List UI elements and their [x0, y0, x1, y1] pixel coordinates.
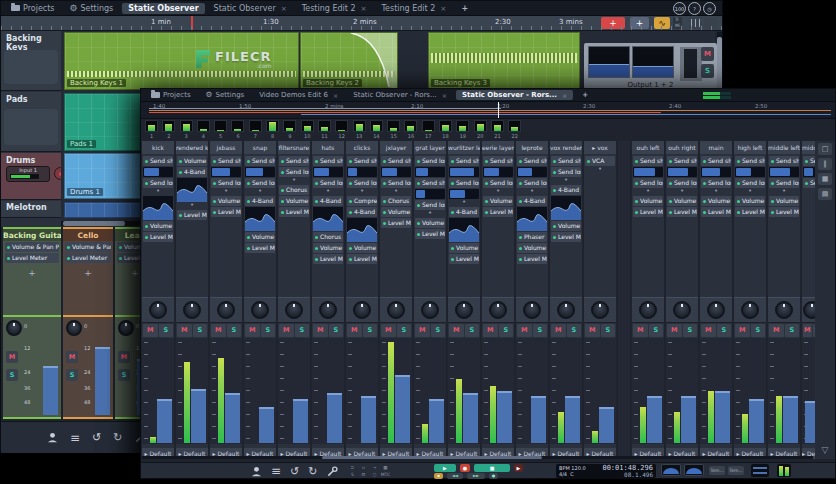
plugin-row-send-short[interactable]: Send short — [449, 156, 479, 166]
plugin-row-send-short[interactable]: Send short — [803, 156, 815, 166]
solo-button[interactable]: S — [159, 324, 174, 337]
strip-name[interactable]: main — [700, 141, 732, 154]
plugin-row-send-short[interactable]: Send short — [347, 156, 377, 166]
plugin-row-chorus[interactable]: Chorus — [381, 196, 411, 206]
channel-strip-ouh-right[interactable]: ouh rightSend shortSend long•Volume & Pa… — [666, 141, 698, 459]
volume-fader[interactable] — [191, 389, 206, 443]
solo-button[interactable]: S — [431, 324, 446, 337]
plugin-row-volume-pan-plugin[interactable]: Volume & Pan Plugin — [143, 221, 173, 231]
strip-name[interactable]: vox rendered — [550, 141, 582, 154]
plugin-row-volume-pan-plugin[interactable]: Volume & Pan Plugin — [517, 243, 547, 253]
plugin-row-send-short[interactable]: Send short — [667, 156, 697, 166]
mute-button[interactable]: M — [517, 324, 532, 337]
channel-strip-middle-right[interactable]: middle rightSend shortSend longMS▸ Defau… — [802, 141, 815, 459]
plugin-row-volume-pan-plugin[interactable]: Volume & Pan Plugin — [313, 243, 343, 253]
plugin-row-level-meter[interactable]: Level Meter — [177, 210, 207, 220]
plugin-row-send-long[interactable]: Send long — [279, 167, 309, 177]
plugin-param-bar[interactable] — [517, 167, 547, 177]
mute-button[interactable]: M — [279, 324, 294, 337]
plugin-param-bar[interactable] — [415, 167, 445, 177]
close-tab-icon[interactable]: × — [333, 92, 338, 99]
plugin-row-volume-pan-plugin[interactable]: Volume & Pan Plugin — [279, 196, 309, 206]
strip-name[interactable]: middle right — [802, 141, 815, 154]
pan-knob[interactable] — [775, 301, 793, 319]
plugin-row-send-long[interactable]: Send long — [449, 178, 479, 188]
strip-name[interactable]: snap — [244, 141, 276, 154]
solo-button[interactable]: S — [601, 324, 616, 337]
track-mini-meter[interactable]: 9 — [283, 120, 296, 140]
plugin-row-level-meter[interactable]: Level Meter — [347, 254, 377, 264]
plugin-row-send-short[interactable]: Send short — [211, 156, 241, 166]
track-mixer-toggle[interactable]: Tr Mi — [673, 17, 682, 29]
plugin-param-bar[interactable] — [143, 167, 173, 177]
settings-view-button[interactable] — [704, 17, 717, 29]
channel-strip-ouh-left[interactable]: ouh leftSend shortSend long•Volume & Pan… — [632, 141, 664, 459]
mute-button[interactable]: M — [381, 324, 396, 337]
solo-button[interactable]: S — [295, 324, 310, 337]
master-mini-fader[interactable] — [751, 464, 769, 477]
channel-strip-vox-rendered[interactable]: vox renderedSend shortSend long•4-Band E… — [550, 141, 582, 459]
mixer-horizontal-scrollbar[interactable] — [142, 456, 813, 459]
strip-name[interactable]: wurlitzer left — [448, 141, 480, 154]
pan-knob[interactable] — [66, 320, 82, 336]
tab-testing-edit-2[interactable]: Testing Edit 2× — [376, 3, 453, 14]
pan-knob[interactable] — [489, 301, 507, 319]
plugin-row-level-meter[interactable]: Level Meter — [381, 218, 411, 228]
plugin-row-send-long[interactable]: Send long — [803, 178, 815, 188]
timeline-ruler[interactable]: 1 min1:302 mins2:303 mins + + ∿ Tr Mi — [1, 16, 722, 31]
track-mini-meter[interactable]: 19 — [456, 120, 469, 140]
plugin-drop-target[interactable]: • — [143, 189, 173, 196]
close-tab-icon[interactable]: × — [442, 92, 447, 99]
equaliser-graph[interactable] — [449, 218, 479, 242]
equaliser-graph[interactable] — [143, 196, 173, 220]
tab-static-observer-rors-[interactable]: Static Observer - Rors...× — [347, 90, 453, 100]
mute-button[interactable]: M — [803, 324, 812, 337]
channel-strip-rendered-kick-2[interactable]: rendered kick 2Volume & Pan Plugin4-Band… — [176, 141, 208, 459]
plugin-row-level-meter[interactable]: Level Meter — [667, 207, 697, 217]
track-mini-meter[interactable]: 17 — [422, 120, 435, 140]
plugin-row-send-long[interactable]: Send long — [551, 167, 581, 177]
toolbar-toggle-icon[interactable]: ○ — [369, 471, 380, 478]
tab-static-observer-rors-[interactable]: Static Observer - Rors...× — [456, 90, 573, 100]
plugin-row-send-short[interactable]: Send short — [701, 156, 731, 166]
solo-button[interactable]: S — [465, 324, 480, 337]
overview-playhead[interactable] — [498, 102, 499, 118]
plugin-row-send-long[interactable]: Send long — [735, 178, 765, 188]
plugin-row-send-long[interactable]: Send long — [701, 178, 731, 188]
pan-knob[interactable] — [353, 301, 371, 319]
equaliser-graph[interactable] — [517, 207, 547, 231]
solo-button[interactable]: S — [499, 324, 514, 337]
equaliser-graph[interactable] — [551, 196, 581, 220]
add-plugin-button[interactable]: + — [63, 265, 113, 281]
plugin-row-volume-pan-plugin[interactable]: Volume & Pan Plugin — [483, 196, 513, 206]
solo-button[interactable]: S — [66, 369, 78, 381]
channel-strip-grat-layer[interactable]: grat layerSend longSend shortSend long•V… — [414, 141, 446, 459]
solo-button[interactable]: S — [751, 324, 766, 337]
toolbar-toggle-icon[interactable]: ⊃ — [347, 464, 358, 471]
track-mini-meter[interactable]: 1 — [145, 120, 158, 140]
solo-button[interactable]: S — [533, 324, 548, 337]
plugin-row-level-meter[interactable]: Level Meter — [701, 207, 731, 217]
tab-projects[interactable]: Projects — [5, 3, 61, 14]
plugin-row-send-short[interactable]: Send short — [143, 156, 173, 166]
pan-knob[interactable] — [251, 301, 269, 319]
plugin-row-volume-pan-plugin[interactable]: Volume & Pan Plugin — [177, 156, 207, 166]
plugin-param-bar[interactable] — [483, 167, 513, 177]
track-mini-meter[interactable]: 6 — [231, 120, 244, 140]
plugin-row-send-short[interactable]: Send short — [313, 156, 343, 166]
volume-fader[interactable] — [681, 396, 696, 443]
volume-fader[interactable] — [327, 393, 342, 443]
volume-fader[interactable] — [259, 407, 274, 443]
clip-backing-keys-2[interactable]: Backing Keys 2 — [300, 32, 398, 90]
plugin-param-bar[interactable] — [415, 189, 445, 199]
track-mini-meter[interactable]: 16 — [404, 120, 417, 140]
mixer-view-button[interactable] — [689, 17, 702, 29]
plugin-row-4-band-equaliser[interactable]: 4-Band Equaliser — [313, 196, 343, 206]
volume-fader[interactable] — [531, 396, 546, 443]
plugin-row-volume-pan-plugin[interactable]: Volume & Pan Plugin — [449, 243, 479, 253]
plugin-row-volume-pan-plugin[interactable]: Volume & Pan Plugin — [633, 196, 663, 206]
track-mini-meter[interactable]: 12 — [335, 120, 348, 140]
plugin-drop-target[interactable]: • — [667, 189, 697, 196]
wrench-icon[interactable] — [327, 466, 338, 477]
strip-name[interactable]: Cello — [63, 227, 113, 241]
